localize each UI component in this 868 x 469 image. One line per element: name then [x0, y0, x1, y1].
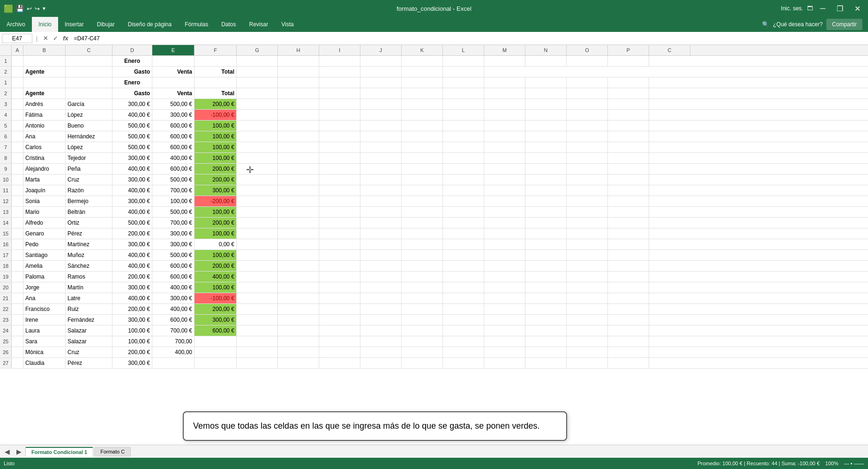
- cell-d2[interactable]: Gasto: [112, 67, 152, 77]
- cell-extra11-6[interactable]: [484, 185, 525, 196]
- cell-extra25-3[interactable]: [360, 336, 402, 347]
- cell-e2[interactable]: Venta: [152, 67, 195, 77]
- cell-a26[interactable]: [12, 347, 23, 357]
- cell-d19[interactable]: 200,00 €: [112, 272, 152, 282]
- cell-extra21-3[interactable]: [360, 293, 402, 303]
- cell-extra15-6[interactable]: [484, 228, 525, 239]
- cell-extra9-7[interactable]: [525, 164, 567, 174]
- cell-extra2-8[interactable]: [567, 88, 608, 98]
- cell-extra12-6[interactable]: [484, 196, 525, 206]
- cell-extra23-9[interactable]: [608, 315, 649, 325]
- cell-extra25-5[interactable]: [443, 336, 484, 347]
- cell-extra21-6[interactable]: [484, 293, 525, 303]
- cell-extra13-3[interactable]: [360, 207, 402, 217]
- cell-h2[interactable]: [278, 67, 319, 77]
- cell-extra20-0[interactable]: [237, 282, 278, 293]
- cell-b24[interactable]: Laura: [23, 325, 66, 336]
- cell-extra27-7[interactable]: [525, 358, 567, 368]
- cell-f3[interactable]: 200,00 €: [195, 99, 237, 109]
- cell-extra27-3[interactable]: [360, 358, 402, 368]
- cell-extra19-3[interactable]: [360, 272, 402, 282]
- cell-p1[interactable]: [608, 56, 649, 66]
- cell-extra7-3[interactable]: [360, 142, 402, 152]
- restore-button[interactable]: ❐: [833, 3, 847, 14]
- cell-extra17-9[interactable]: [608, 250, 649, 260]
- cell-e18[interactable]: 600,00 €: [152, 261, 195, 271]
- cell-extra17-3[interactable]: [360, 250, 402, 260]
- cell-extra4-1[interactable]: [278, 110, 319, 120]
- cell-d6[interactable]: 500,00 €: [112, 131, 152, 142]
- cell-extra20-3[interactable]: [360, 282, 402, 293]
- cell-b22[interactable]: Francisco: [23, 304, 66, 314]
- cell-extra16-4[interactable]: [402, 239, 443, 250]
- cell-extra2-6[interactable]: [484, 88, 525, 98]
- cell-c2[interactable]: [66, 67, 112, 77]
- cell-extra5-1[interactable]: [278, 121, 319, 131]
- cell-extra12-1[interactable]: [278, 196, 319, 206]
- cell-extra5-3[interactable]: [360, 121, 402, 131]
- cell-extra6-0[interactable]: [237, 131, 278, 142]
- tab-datos[interactable]: Datos: [215, 17, 242, 32]
- col-header-j[interactable]: J: [360, 45, 402, 55]
- cell-b20[interactable]: Jorge: [23, 282, 66, 293]
- cell-extra3-4[interactable]: [402, 99, 443, 109]
- cell-l2[interactable]: [443, 67, 484, 77]
- cell-f15[interactable]: 100,00 €: [195, 228, 237, 239]
- cell-d7[interactable]: 500,00 €: [112, 142, 152, 152]
- cell-extra4-9[interactable]: [608, 110, 649, 120]
- cell-b2[interactable]: Agente: [23, 88, 66, 98]
- cell-extra27-8[interactable]: [567, 358, 608, 368]
- cell-extra9-5[interactable]: [443, 164, 484, 174]
- cell-extra18-7[interactable]: [525, 261, 567, 271]
- cell-extra12-4[interactable]: [402, 196, 443, 206]
- cell-extra18-5[interactable]: [443, 261, 484, 271]
- cell-b1[interactable]: [23, 77, 66, 88]
- cell-extra25-6[interactable]: [484, 336, 525, 347]
- cell-a2[interactable]: [12, 67, 23, 77]
- cell-c16[interactable]: Martínez: [66, 239, 112, 250]
- cell-e20[interactable]: 400,00 €: [152, 282, 195, 293]
- cell-f5[interactable]: 100,00 €: [195, 121, 237, 131]
- cell-extra11-3[interactable]: [360, 185, 402, 196]
- cell-extra1-2[interactable]: [319, 77, 360, 88]
- cell-extra16-9[interactable]: [608, 239, 649, 250]
- cell-extra22-8[interactable]: [567, 304, 608, 314]
- cell-e26[interactable]: 400,00: [152, 347, 195, 357]
- cell-extra26-4[interactable]: [402, 347, 443, 357]
- tab-dibujar[interactable]: Dibujar: [90, 17, 121, 32]
- tab-archivo[interactable]: Archivo: [0, 17, 32, 32]
- cell-extra26-8[interactable]: [567, 347, 608, 357]
- cell-b26[interactable]: Mónica: [23, 347, 66, 357]
- cell-extra3-1[interactable]: [278, 99, 319, 109]
- cell-extra22-9[interactable]: [608, 304, 649, 314]
- cell-extra15-1[interactable]: [278, 228, 319, 239]
- cell-extra25-7[interactable]: [525, 336, 567, 347]
- cell-g2[interactable]: [237, 67, 278, 77]
- share-button[interactable]: Compartir: [826, 19, 862, 30]
- cell-extra19-7[interactable]: [525, 272, 567, 282]
- cell-extra17-0[interactable]: [237, 250, 278, 260]
- cell-a11[interactable]: [12, 185, 23, 196]
- customize-icon[interactable]: ▾: [43, 5, 45, 12]
- cell-extra5-0[interactable]: [237, 121, 278, 131]
- cell-b2[interactable]: Agente: [23, 67, 66, 77]
- cell-extra3-2[interactable]: [319, 99, 360, 109]
- cell-extra10-8[interactable]: [567, 174, 608, 185]
- cell-e4[interactable]: 300,00 €: [152, 110, 195, 120]
- cell-c24[interactable]: Salazar: [66, 325, 112, 336]
- cell-e7[interactable]: 600,00 €: [152, 142, 195, 152]
- cell-l1[interactable]: [443, 56, 484, 66]
- cell-extra26-1[interactable]: [278, 347, 319, 357]
- cell-d22[interactable]: 200,00 €: [112, 304, 152, 314]
- cell-d8[interactable]: 300,00 €: [112, 153, 152, 163]
- cell-h1[interactable]: [278, 56, 319, 66]
- cell-d5[interactable]: 500,00 €: [112, 121, 152, 131]
- cell-e8[interactable]: 400,00 €: [152, 153, 195, 163]
- cell-d20[interactable]: 300,00 €: [112, 282, 152, 293]
- cell-extra24-0[interactable]: [237, 325, 278, 336]
- cell-extra19-4[interactable]: [402, 272, 443, 282]
- cell-extra22-4[interactable]: [402, 304, 443, 314]
- cell-extra25-2[interactable]: [319, 336, 360, 347]
- cell-b4[interactable]: Fátima: [23, 110, 66, 120]
- cell-extra1-0[interactable]: [237, 77, 278, 88]
